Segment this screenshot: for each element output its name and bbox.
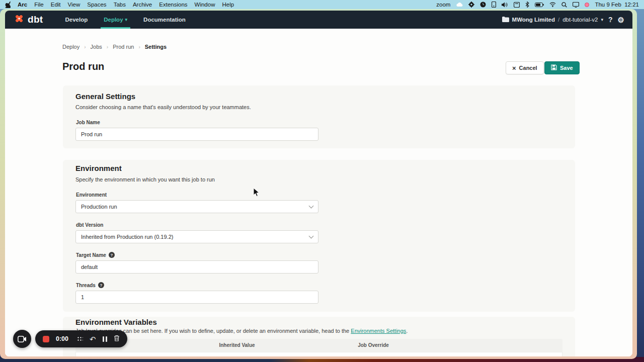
dbt-version-select[interactable]: Inherited from Production run (0.19.2) [75, 230, 318, 243]
menubar-item-view[interactable]: View [68, 2, 80, 8]
clock-icon[interactable] [480, 2, 486, 8]
breadcrumb-separator: › [107, 44, 108, 50]
recording-indicator-icon[interactable] [585, 3, 589, 7]
delete-recording-icon[interactable] [114, 334, 120, 343]
job-name-label: Job Name [76, 120, 100, 125]
chevron-down-icon: ▾ [125, 18, 128, 22]
browser-window: dbt Develop Deploy ▾ Documentation MWong… [5, 11, 632, 356]
help-icon[interactable]: ? [608, 16, 613, 23]
breadcrumb-separator: › [138, 44, 140, 50]
volume-icon[interactable] [502, 2, 508, 8]
environment-title: Environment [75, 164, 122, 172]
menubar-app-name[interactable]: Arc [18, 2, 27, 8]
recording-timer: 0:00 [56, 335, 68, 342]
env-vars-description-period: . [406, 328, 408, 334]
chevron-down-icon: ▾ [601, 18, 603, 22]
environment-select-value: Production run [81, 204, 117, 210]
menubar-right: zoom Thu 9 Feb 12:21 [436, 2, 639, 8]
dbt-version-label: dbt Version [76, 222, 103, 228]
job-name-input[interactable] [75, 128, 318, 141]
dbt-logo-text: dbt [28, 14, 43, 25]
account-switcher[interactable]: MWong Limited / dbt-tutorial-v2 ▾ [502, 17, 603, 23]
breadcrumb-separator: › [84, 44, 86, 50]
general-settings-title: General Settings [75, 92, 135, 101]
breadcrumb-settings: Settings [145, 44, 167, 50]
threads-input[interactable] [75, 291, 318, 304]
nav-items: Develop Deploy ▾ Documentation [57, 11, 193, 29]
threads-label: Threads ? [76, 282, 104, 288]
breadcrumb: Deploy › Jobs › Prod run › Settings [62, 44, 167, 50]
apple-logo-icon[interactable] [5, 2, 11, 8]
menubar-item-spaces[interactable]: Spaces [87, 2, 106, 8]
environment-variables-card: Environment Variables Job level override… [63, 317, 575, 356]
menubar-item-help[interactable]: Help [222, 2, 234, 8]
menubar-item-window[interactable]: Window [195, 2, 215, 8]
menubar-item-edit[interactable]: Edit [51, 2, 61, 8]
save-floppy-icon [551, 64, 557, 71]
window-switcher-icon[interactable] [514, 2, 520, 8]
help-tooltip-icon[interactable]: ? [98, 282, 104, 288]
inherited-value-column-header: Inherited Value [219, 342, 255, 348]
env-vars-table-header: Inherited Value Job Override [75, 339, 562, 352]
browser-window-frame: dbt Develop Deploy ▾ Documentation MWong… [0, 9, 637, 359]
menubar-item-tabs[interactable]: Tabs [114, 2, 126, 8]
bluetooth-icon[interactable] [525, 2, 529, 8]
nav-item-documentation[interactable]: Documentation [135, 11, 194, 29]
menubar-item-file[interactable]: File [34, 2, 44, 8]
pause-recording-button[interactable] [103, 336, 107, 342]
environment-card: Environment Specify the environment in w… [63, 160, 575, 312]
device-icon[interactable] [492, 2, 496, 8]
target-name-label-text: Target Name [76, 252, 106, 258]
nav-develop-label: Develop [65, 17, 88, 23]
target-name-label: Target Name ? [76, 252, 115, 258]
macos-menubar: Arc File Edit View Spaces Tabs Archive E… [0, 0, 644, 9]
org-folder-icon [502, 17, 509, 23]
nav-deploy-label: Deploy [104, 17, 123, 23]
project-name: dbt-tutorial-v2 [562, 17, 598, 23]
environment-variables-title: Environment Variables [75, 318, 157, 326]
cancel-label: Cancel [519, 65, 537, 71]
breadcrumb-jobs[interactable]: Jobs [91, 44, 102, 50]
env-vars-table-row [75, 352, 562, 356]
threads-label-text: Threads [76, 283, 96, 288]
recording-toolbar: 0:00 ↶ [35, 330, 127, 347]
video-camera-icon [18, 336, 27, 342]
environment-description: Specify the environment in which you wan… [75, 176, 215, 183]
breadcrumb-deploy[interactable]: Deploy [62, 44, 79, 50]
target-name-input[interactable] [75, 260, 318, 274]
nav-item-deploy[interactable]: Deploy ▾ [96, 11, 135, 29]
settings-gear-icon[interactable] [468, 2, 474, 8]
cancel-button[interactable]: × Cancel [506, 61, 544, 74]
environment-select[interactable]: Production run [75, 200, 318, 213]
environments-settings-link[interactable]: Environments Settings [351, 328, 406, 334]
zoom-menu-item[interactable]: zoom [436, 2, 450, 8]
job-override-column-header: Job Override [358, 342, 389, 348]
stop-recording-button[interactable] [43, 336, 49, 342]
wifi-icon[interactable] [549, 2, 556, 7]
page-title: Prod run [62, 61, 104, 72]
camera-toggle-button[interactable] [13, 330, 31, 348]
cloud-icon[interactable] [456, 2, 463, 7]
chevron-down-icon [309, 234, 314, 239]
restart-recording-icon[interactable]: ↶ [90, 335, 96, 343]
environment-select-label: Environment [76, 192, 107, 198]
menubar-item-archive[interactable]: Archive [133, 2, 152, 8]
display-icon[interactable] [573, 2, 579, 8]
breadcrumb-prod-run[interactable]: Prod run [113, 44, 134, 50]
spotlight-search-icon[interactable] [561, 2, 567, 8]
account-separator: / [558, 17, 559, 23]
chevron-down-icon [309, 204, 314, 209]
settings-gear-icon[interactable]: ⚙ [618, 16, 624, 24]
help-tooltip-icon[interactable]: ? [109, 252, 115, 258]
navbar-right: MWong Limited / dbt-tutorial-v2 ▾ ? ⚙ [502, 16, 624, 24]
battery-icon[interactable] [535, 3, 544, 7]
environment-variables-description: Job level overrides can be set here. If … [75, 328, 558, 334]
save-button[interactable]: Save [544, 61, 580, 74]
menubar-clock[interactable]: Thu 9 Feb 12:21 [595, 2, 639, 8]
nav-item-develop[interactable]: Develop [57, 11, 96, 29]
dbt-brand[interactable]: dbt [13, 13, 43, 27]
drag-handle-icon[interactable] [77, 336, 83, 341]
general-settings-card: General Settings Consider choosing a nam… [63, 85, 575, 148]
menubar-item-extensions[interactable]: Extensions [159, 2, 187, 8]
menubar-left: Arc File Edit View Spaces Tabs Archive E… [5, 2, 234, 8]
